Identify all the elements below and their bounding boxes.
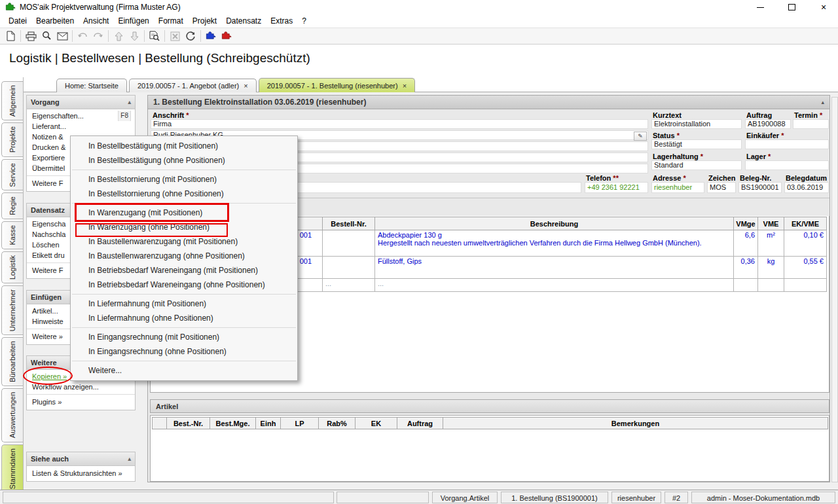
termin-label: Termin * [794,111,822,119]
col-bestmge[interactable]: Best.Mge. [210,418,256,429]
zeichen-field[interactable]: MOS [707,182,736,193]
document-header[interactable]: 1. Bestellung Elektroinstallation 03.06.… [147,95,830,109]
status-cell-empty [337,492,429,503]
minimize-button[interactable] [746,0,775,14]
menu-item-eingangsrechnung-mit[interactable]: In Eingangsrechnung (mit Positionen) [71,330,297,344]
rail-divider [23,77,24,490]
tab-angebot[interactable]: 2019.00057 - 1. Angebot (adler)× [129,79,257,92]
auftrag-field[interactable]: AB1900088 [745,119,791,129]
rail-tab-bueroarbeiten[interactable]: Büroarbeiten [1,337,23,386]
plugin-red-icon[interactable] [219,29,234,43]
menu-datei[interactable]: Datei [4,15,31,27]
rail-tab-unternehmer[interactable]: Unternehmer [1,285,23,335]
rail-tab-service[interactable]: Service [1,159,23,191]
address-edit-icon[interactable]: ✎ [634,132,647,141]
menu-einfuegen[interactable]: Einfügen [113,15,153,27]
adresse-label: Adresse * [653,174,686,182]
collapse-arrow-icon[interactable]: ▴ [128,456,131,462]
lager-field[interactable] [745,160,829,170]
collapse-arrow-icon[interactable]: ▴ [128,99,131,105]
col-bemerkungen[interactable]: Bemerkungen [443,418,828,429]
menu-item-bestellbestaetigung-ohne[interactable]: In Bestellbestätigung (ohne Positionen) [71,153,297,168]
artikel-section-header[interactable]: Artikel [150,399,829,413]
belegnr-field[interactable]: BS1900001 [738,182,782,193]
tab-close-icon[interactable]: × [403,82,407,90]
menu-item-liefermahnung-ohne[interactable]: In Liefermahnung (ohne Positionen) [71,311,297,325]
menu-datensatz[interactable]: Datensatz [221,15,266,27]
col-beschreibung[interactable]: Beschreibung [375,217,734,230]
rail-tab-allgemein[interactable]: Allgemein [1,81,23,120]
col-lp[interactable]: LP [281,418,319,429]
address-line1-field[interactable]: Firma [151,119,648,129]
col-vmge[interactable]: VMge [734,217,758,230]
sidebar-item-lieferant[interactable]: Lieferant... [27,121,135,132]
print-icon[interactable] [23,29,39,43]
menu-item-bestellstornierung-mit[interactable]: In Bestellstornierung (mit Positionen) [71,172,297,187]
kopieren-context-menu: In Bestellbestätigung (mit Positionen) I… [70,135,298,381]
toolbar [0,27,838,45]
rail-tab-auswertungen[interactable]: Auswertungen [1,388,23,442]
new-document-icon[interactable] [3,29,18,43]
panel-vorgang-header[interactable]: Vorgang ▴ [27,96,135,109]
belegdatum-field[interactable]: 03.06.2019 [784,182,829,193]
email-icon[interactable] [54,29,70,43]
kurztext-label: Kurztext [653,111,682,119]
rail-tab-logistik[interactable]: Logistik [1,251,23,283]
status-field[interactable]: Bestätigt [651,139,742,149]
tab-close-icon[interactable]: × [244,82,247,90]
col-vme[interactable]: VME [758,217,784,230]
col-einh[interactable]: Einh [256,418,281,429]
rail-tab-projekte[interactable]: Projekte [1,122,23,156]
col-auftrag[interactable]: Auftrag [397,418,443,429]
abort-icon [167,29,183,43]
menu-item-betriebsbedarf-mit[interactable]: In Betriebsbedarf Wareneingang (mit Posi… [71,263,297,278]
menu-item-betriebsbedarf-ohne[interactable]: In Betriebsbedarf Wareneingang (ohne Pos… [71,278,297,292]
col-bestnr[interactable]: Best.-Nr. [167,418,210,429]
sidebar-item-plugins[interactable]: Plugins » [27,397,135,407]
einkaeufer-field[interactable] [745,139,829,149]
telefon-field[interactable]: +49 2361 92221 [585,182,648,193]
menu-item-baustellenwarenzugang-ohne[interactable]: In Baustellenwarenzugang (ohne Positione… [71,249,297,263]
sidebar-item-listen-strukturansichten[interactable]: Listen & Strukturansichten » [27,468,135,478]
sidebar-item-eigenschaften[interactable]: Eigenschaften...F8 [27,111,135,121]
menu-item-weitere[interactable]: Weitere... [71,363,297,378]
menu-bearbeiten[interactable]: Bearbeiten [31,15,79,27]
adresse-field[interactable]: riesenhuber [651,182,704,193]
tab-home-startseite[interactable]: Home: Startseite [56,79,127,92]
menu-item-bestellstornierung-ohne[interactable]: In Bestellstornierung (ohne Positionen) [71,187,297,201]
lagerhaltung-field[interactable]: Standard [651,160,742,170]
print-preview-icon[interactable] [39,29,54,43]
panel-siehe-auch-header[interactable]: Siehe auch ▴ [27,452,135,466]
maximize-button[interactable] [778,0,807,14]
vertical-scrollbar[interactable] [831,97,838,482]
col-row-selector[interactable] [153,418,167,429]
collapse-arrow-icon[interactable]: ▴ [821,99,824,105]
col-bestellnr[interactable]: Bestell-Nr. [323,217,375,230]
separator [27,394,135,395]
col-ekvme[interactable]: EK/VME [784,217,827,230]
menu-extras[interactable]: Extras [266,15,297,27]
plugin-blue-icon[interactable] [203,29,219,43]
refresh-icon[interactable] [183,29,198,43]
menu-projekt[interactable]: Projekt [188,15,221,27]
tab-bestellung[interactable]: 2019.00057 - 1. Bestellung (riesenhuber)… [259,78,415,92]
move-up-icon [111,29,126,43]
close-button[interactable]: × [809,0,838,14]
window-title: MOS'aik Projektverwaltung (Firma Muster … [20,3,181,12]
termin-field[interactable] [793,119,829,129]
report-icon[interactable] [147,29,162,43]
rail-tab-regie[interactable]: Regie [1,192,23,219]
menu-format[interactable]: Format [154,15,188,27]
menu-item-bestellbestaetigung-mit[interactable]: In Bestellbestätigung (mit Positionen) [71,139,297,153]
col-ek[interactable]: EK [355,418,397,429]
menu-ansicht[interactable]: Ansicht [79,15,113,27]
menu-item-liefermahnung-mit[interactable]: In Liefermahnung (mit Positionen) [71,297,297,311]
beschreibung-line2: Hergestellt nach neuesten umweltverträgl… [378,239,731,247]
col-rab[interactable]: Rab% [319,418,355,429]
rail-tab-stammdaten[interactable]: Stammdaten [1,444,23,493]
rail-tab-kasse[interactable]: Kasse [1,221,23,249]
status-cell-empty [3,492,334,503]
menu-item-eingangsrechnung-ohne[interactable]: In Eingangsrechnung (ohne Positionen) [71,344,297,359]
menu-hilfe[interactable]: ? [297,15,311,27]
kurztext-field[interactable]: Elektroinstallation [651,119,742,129]
